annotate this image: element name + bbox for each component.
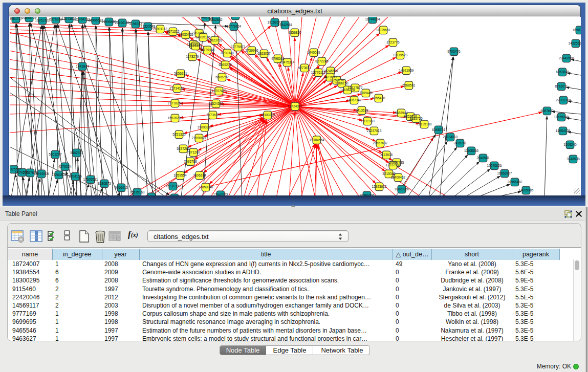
svg-text:6565218: 6565218	[219, 63, 232, 67]
svg-text:8984767: 8984767	[10, 17, 23, 20]
svg-text:20490161: 20490161	[115, 21, 130, 25]
svg-text:8862842: 8862842	[209, 18, 223, 21]
svg-text:21237013: 21237013	[367, 129, 382, 133]
svg-text:8272245: 8272245	[315, 59, 329, 63]
svg-text:8782011: 8782011	[555, 84, 568, 88]
svg-text:12923612: 12923612	[372, 185, 387, 188]
svg-text:9656413: 9656413	[115, 186, 128, 189]
svg-text:13475314: 13475314	[280, 60, 295, 64]
svg-text:19384554: 19384554	[310, 138, 324, 142]
svg-text:7095788: 7095788	[184, 160, 197, 163]
svg-text:4270024: 4270024	[58, 165, 72, 168]
svg-text:19245586: 19245586	[323, 69, 338, 73]
svg-text:1508240: 1508240	[563, 143, 577, 146]
svg-text:5437266: 5437266	[177, 147, 190, 150]
svg-text:14921959: 14921959	[399, 69, 414, 72]
svg-text:11111933: 11111933	[361, 119, 375, 123]
svg-text:19442561: 19442561	[278, 23, 293, 27]
svg-text:15926208: 15926208	[168, 116, 183, 120]
svg-text:9356820: 9356820	[288, 31, 301, 34]
svg-text:5501297: 5501297	[49, 152, 62, 156]
svg-text:17605531: 17605531	[83, 178, 98, 181]
svg-text:7433864: 7433864	[229, 17, 242, 17]
svg-text:20885729: 20885729	[22, 17, 37, 19]
svg-text:12337937: 12337937	[386, 163, 401, 167]
svg-text:5251320: 5251320	[172, 133, 186, 136]
svg-text:22878553: 22878553	[192, 31, 207, 35]
svg-text:9366150: 9366150	[335, 81, 349, 85]
svg-text:6087602: 6087602	[540, 109, 554, 113]
svg-text:21901112: 21901112	[153, 27, 167, 31]
svg-text:7606164: 7606164	[193, 173, 206, 177]
svg-text:2739906: 2739906	[245, 49, 258, 52]
svg-text:22302388: 22302388	[556, 98, 571, 102]
svg-text:11400462: 11400462	[391, 176, 406, 179]
svg-text:20956482: 20956482	[508, 180, 522, 184]
svg-text:9273611: 9273611	[298, 66, 311, 70]
svg-text:10377872: 10377872	[348, 86, 363, 90]
svg-text:6586292: 6586292	[215, 75, 229, 79]
svg-text:6053848: 6053848	[556, 70, 569, 74]
svg-text:6348574: 6348574	[432, 128, 445, 132]
svg-text:19093337: 19093337	[198, 125, 212, 129]
svg-text:10707470: 10707470	[212, 89, 227, 93]
svg-text:21264193: 21264193	[75, 17, 90, 21]
svg-text:12135188: 12135188	[417, 122, 432, 126]
svg-text:16906597: 16906597	[89, 18, 103, 22]
svg-text:8230348: 8230348	[221, 51, 234, 55]
svg-text:13119523: 13119523	[393, 53, 408, 57]
svg-text:22443568: 22443568	[559, 56, 574, 60]
svg-text:5888944: 5888944	[395, 111, 408, 115]
svg-text:22775972: 22775972	[231, 45, 246, 49]
svg-text:2204155: 2204155	[69, 174, 82, 178]
svg-text:6263057: 6263057	[257, 52, 271, 55]
svg-text:14005985: 14005985	[519, 188, 534, 192]
svg-text:1178279: 1178279	[186, 55, 199, 58]
svg-text:15131399: 15131399	[166, 184, 181, 188]
svg-text:3413628: 3413628	[355, 108, 368, 112]
svg-text:16983761: 16983761	[573, 28, 581, 32]
svg-text:21734162: 21734162	[170, 86, 185, 90]
svg-text:3148538: 3148538	[567, 157, 580, 161]
svg-text:16739345: 16739345	[200, 48, 215, 52]
svg-text:18724007: 18724007	[288, 104, 302, 108]
svg-text:14084105: 14084105	[556, 129, 571, 133]
svg-text:8280873: 8280873	[98, 182, 111, 185]
svg-text:13030455: 13030455	[179, 33, 193, 36]
svg-text:1723776: 1723776	[386, 40, 400, 44]
svg-text:11108865: 11108865	[464, 149, 478, 152]
svg-text:13947523: 13947523	[213, 193, 228, 195]
svg-text:1059554: 1059554	[173, 173, 187, 177]
svg-text:2435761: 2435761	[453, 141, 467, 145]
svg-text:13413635: 13413635	[62, 17, 77, 20]
svg-text:3185726: 3185726	[409, 117, 423, 120]
svg-text:6568561: 6568561	[402, 83, 416, 87]
svg-text:7673618: 7673618	[206, 113, 220, 117]
svg-text:9702476: 9702476	[447, 50, 461, 53]
svg-text:11025691: 11025691	[376, 28, 391, 32]
svg-text:9571312: 9571312	[166, 30, 180, 33]
svg-text:1440039: 1440039	[307, 51, 320, 54]
svg-text:3215345: 3215345	[382, 172, 396, 176]
svg-text:22026827: 22026827	[144, 195, 159, 195]
svg-text:5376262: 5376262	[49, 17, 62, 21]
svg-text:20261006: 20261006	[360, 193, 375, 195]
svg-text:5656261: 5656261	[174, 72, 187, 75]
svg-text:14067347: 14067347	[347, 98, 362, 102]
svg-text:15919006: 15919006	[34, 172, 49, 176]
svg-text:18555048: 18555048	[554, 115, 569, 119]
svg-text:8028189: 8028189	[189, 44, 202, 48]
svg-text:20667637: 20667637	[373, 141, 388, 145]
svg-text:14325625: 14325625	[569, 41, 581, 45]
svg-text:15635163: 15635163	[130, 190, 145, 194]
svg-text:10040626: 10040626	[487, 164, 502, 167]
svg-text:11524393: 11524393	[209, 102, 224, 105]
svg-text:1441844: 1441844	[76, 64, 89, 68]
svg-text:16779424: 16779424	[227, 25, 242, 28]
svg-text:21996021: 21996021	[192, 136, 207, 140]
svg-text:13264804: 13264804	[52, 173, 67, 177]
svg-text:7871260: 7871260	[187, 150, 200, 154]
svg-text:6355428: 6355428	[372, 96, 385, 100]
svg-text:7109445: 7109445	[359, 91, 373, 95]
svg-text:21718268: 21718268	[168, 101, 183, 105]
